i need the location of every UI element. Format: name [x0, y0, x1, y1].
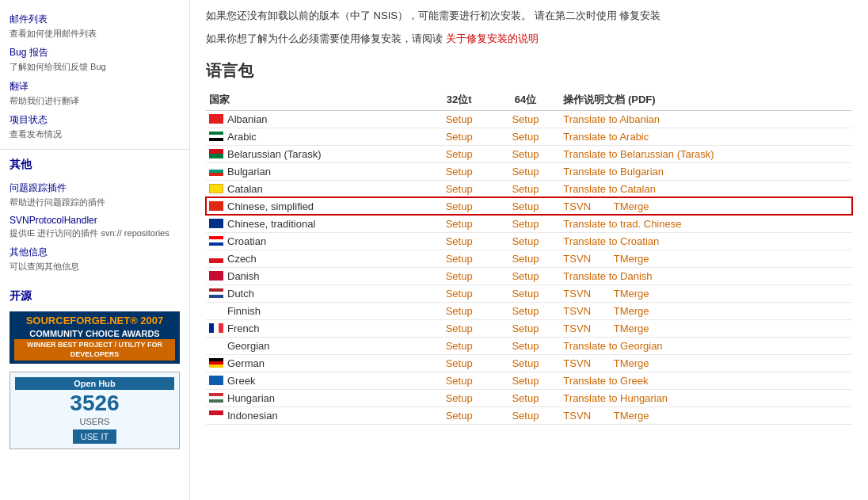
- setup64-link[interactable]: Setup: [512, 235, 539, 247]
- country-name: Chinese, traditional: [227, 218, 315, 230]
- flag-icon: [209, 376, 223, 385]
- doc-cell: TSVN TMerge: [560, 302, 852, 319]
- sidebar-link-issue-tracker[interactable]: 问题跟踪插件: [10, 181, 180, 195]
- doc-cell: TSVN TMerge: [560, 250, 852, 267]
- setup32-link[interactable]: Setup: [446, 340, 473, 352]
- translate-link[interactable]: Translate to Georgian: [563, 340, 662, 352]
- tsvn-link[interactable]: TSVN: [563, 288, 591, 300]
- sidebar: 邮件列表 查看如何使用邮件列表 Bug 报告 了解如何给我们反馈 Bug 翻译 …: [0, 0, 190, 500]
- translate-link[interactable]: Translate to Bulgarian: [563, 166, 664, 177]
- translate-link[interactable]: Translate to Greek: [563, 375, 648, 387]
- setup32-link[interactable]: Setup: [446, 166, 473, 177]
- setup64-link[interactable]: Setup: [512, 183, 539, 195]
- setup32-link[interactable]: Setup: [446, 270, 473, 282]
- setup64-link[interactable]: Setup: [512, 200, 539, 212]
- setup32-link[interactable]: Setup: [446, 323, 473, 334]
- repair-install-link[interactable]: 关于修复安装的说明: [446, 32, 539, 44]
- setup64-link[interactable]: Setup: [512, 148, 539, 160]
- translate-link[interactable]: Translate to trad. Chinese: [563, 218, 681, 230]
- setup64-link[interactable]: Setup: [512, 340, 539, 352]
- setup64-link[interactable]: Setup: [512, 166, 539, 177]
- translate-link[interactable]: Translate to Danish: [563, 270, 652, 282]
- tsvn-link[interactable]: TSVN: [563, 200, 591, 212]
- setup32-link[interactable]: Setup: [446, 357, 473, 369]
- setup32-link[interactable]: Setup: [446, 253, 473, 265]
- openhub-use-it-button[interactable]: USE IT: [73, 429, 116, 444]
- sidebar-link-translate[interactable]: 翻译: [10, 80, 180, 94]
- setup32-link[interactable]: Setup: [446, 183, 473, 195]
- tmerge-link[interactable]: TMerge: [614, 253, 649, 265]
- setup64-link[interactable]: Setup: [512, 357, 539, 369]
- tmerge-link[interactable]: TMerge: [614, 288, 649, 300]
- tmerge-link[interactable]: TMerge: [614, 410, 649, 422]
- translate-link[interactable]: Translate to Albanian: [563, 113, 660, 125]
- sidebar-link-other-info[interactable]: 其他信息: [10, 246, 180, 259]
- sourceforge-badge-container: SOURCEFORGE.NET® 2007 COMMUNITY CHOICE A…: [10, 311, 180, 365]
- setup64-link[interactable]: Setup: [512, 323, 539, 334]
- translate-link[interactable]: Translate to Hungarian: [563, 392, 668, 404]
- setup32-link[interactable]: Setup: [446, 375, 473, 387]
- flag-icon: [209, 254, 223, 263]
- setup32-link[interactable]: Setup: [446, 305, 473, 317]
- translate-link[interactable]: Translate to Croatian: [563, 235, 659, 247]
- table-row: CatalanSetupSetupTranslate to Catalan: [206, 180, 852, 197]
- setup64-link[interactable]: Setup: [512, 392, 539, 404]
- setup32-link[interactable]: Setup: [446, 148, 473, 160]
- sidebar-desc-mailing-list: 查看如何使用邮件列表: [10, 28, 180, 40]
- translate-link[interactable]: Translate to Belarussian (Tarask): [563, 148, 714, 160]
- doc-cell: TSVN TMerge: [560, 354, 852, 372]
- openhub-number: 3526: [70, 390, 119, 417]
- flag-icon: [209, 410, 223, 420]
- tmerge-link[interactable]: TMerge: [614, 200, 649, 212]
- setup32-link[interactable]: Setup: [446, 410, 473, 422]
- setup32-link[interactable]: Setup: [446, 392, 473, 404]
- flag-icon: [209, 149, 223, 158]
- sidebar-link-project-status[interactable]: 项目状态: [10, 113, 180, 127]
- setup64-link[interactable]: Setup: [512, 410, 539, 422]
- tsvn-link[interactable]: TSVN: [563, 305, 591, 317]
- setup64-link[interactable]: Setup: [512, 218, 539, 230]
- translate-link[interactable]: Translate to Catalan: [563, 183, 656, 195]
- setup64-cell: Setup: [494, 110, 561, 128]
- country-name: German: [227, 357, 265, 369]
- sidebar-link-mailing-list[interactable]: 邮件列表: [10, 13, 180, 26]
- flag-icon: [209, 288, 223, 298]
- setup64-link[interactable]: Setup: [512, 375, 539, 387]
- country-name: Croatian: [227, 235, 266, 247]
- setup64-link[interactable]: Setup: [512, 288, 539, 300]
- country-name: Catalan: [227, 183, 263, 195]
- sidebar-desc-svn-protocol: 提供IE 进行访问的插件 svn:// repositories: [10, 227, 180, 239]
- setup64-cell: Setup: [494, 180, 561, 197]
- setup32-link[interactable]: Setup: [446, 218, 473, 230]
- country-cell: Greek: [206, 372, 428, 389]
- tsvn-link[interactable]: TSVN: [563, 410, 591, 422]
- tmerge-link[interactable]: TMerge: [614, 305, 649, 317]
- tsvn-link[interactable]: TSVN: [563, 357, 591, 369]
- setup64-link[interactable]: Setup: [512, 253, 539, 265]
- setup64-cell: Setup: [494, 145, 561, 162]
- setup64-link[interactable]: Setup: [512, 270, 539, 282]
- setup64-link[interactable]: Setup: [512, 113, 539, 125]
- sidebar-link-svn-protocol[interactable]: SVNProtocolHandler: [10, 215, 180, 226]
- doc-cell: TSVN TMerge: [560, 406, 852, 424]
- table-row: GreekSetupSetupTranslate to Greek: [206, 372, 852, 389]
- tsvn-link[interactable]: TSVN: [563, 253, 591, 265]
- setup64-link[interactable]: Setup: [512, 305, 539, 317]
- setup64-link[interactable]: Setup: [512, 131, 539, 143]
- setup32-link[interactable]: Setup: [446, 200, 473, 212]
- tmerge-link[interactable]: TMerge: [614, 357, 649, 369]
- doc-cell: Translate to Bulgarian: [560, 162, 852, 180]
- sidebar-link-bug-report[interactable]: Bug 报告: [10, 46, 180, 59]
- tsvn-link[interactable]: TSVN: [563, 323, 591, 334]
- setup32-link[interactable]: Setup: [446, 131, 473, 143]
- setup32-link[interactable]: Setup: [446, 113, 473, 125]
- tmerge-link[interactable]: TMerge: [614, 323, 649, 334]
- setup64-cell: Setup: [494, 337, 561, 354]
- flag-icon: [209, 341, 223, 350]
- translate-link[interactable]: Translate to Arabic: [563, 131, 649, 143]
- country-name: Danish: [227, 270, 259, 282]
- setup32-link[interactable]: Setup: [446, 235, 473, 247]
- setup32-link[interactable]: Setup: [446, 288, 473, 300]
- country-name: Czech: [227, 253, 257, 265]
- doc-cell: Translate to Danish: [560, 267, 852, 284]
